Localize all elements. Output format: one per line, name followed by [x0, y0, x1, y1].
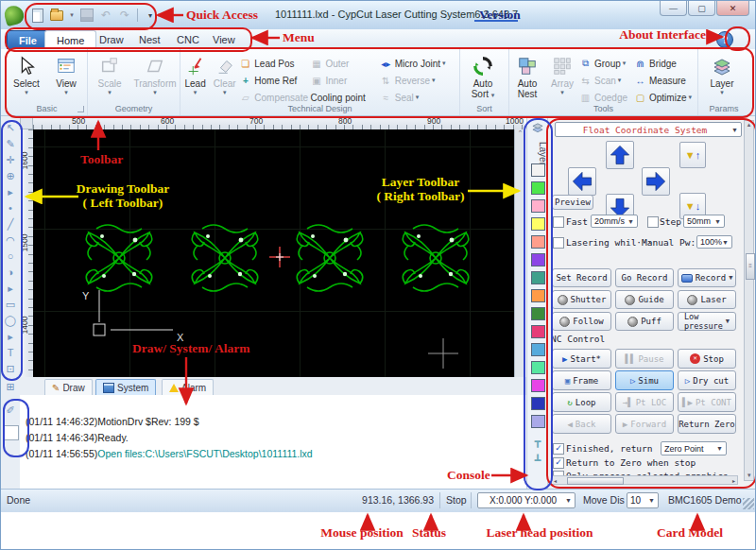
layer-swatch-14[interactable] — [531, 397, 545, 410]
node-edit-tool-icon[interactable]: ✎ — [1, 138, 20, 150]
jog-left-button[interactable] — [568, 167, 596, 196]
zero-point-select[interactable]: Zero Point▼ — [661, 441, 727, 455]
preview-button[interactable]: Preview — [552, 195, 593, 210]
scrollbar-thumb-h[interactable] — [567, 477, 624, 485]
layer-button[interactable]: Layer▾ — [698, 51, 746, 95]
measure-button[interactable]: ↔Measure — [634, 72, 696, 89]
flyout-arrow-3-icon[interactable]: ▸ — [1, 331, 20, 343]
layer-swatch-7[interactable] — [531, 271, 545, 284]
layer-swatch-2[interactable] — [531, 181, 545, 195]
nozzle-up-button[interactable]: ▼↑ — [679, 142, 706, 168]
frame-tool-icon[interactable]: ⊞ — [1, 381, 20, 393]
check-1[interactable]: ✓ — [553, 457, 564, 469]
ellipse-tool-icon[interactable]: ◯ — [1, 315, 20, 327]
nc-pt-cont-button[interactable]: ▌▶Pt CONT — [678, 392, 736, 412]
record-puff-button[interactable]: Puff — [615, 312, 674, 331]
layer-swatch-3[interactable] — [531, 199, 545, 213]
drawing-canvas[interactable]: Y X — [33, 129, 514, 377]
circle-tool-icon[interactable]: ○ — [1, 250, 20, 262]
zoom-tool-icon[interactable]: ⊕ — [1, 170, 20, 182]
nc-simu-button[interactable]: ▷Simu — [615, 370, 674, 390]
redo-icon[interactable]: ↷ — [118, 9, 131, 22]
lead-button[interactable]: Lead▾ — [180, 51, 210, 95]
reverse-button[interactable]: ⇅Reverse▾ — [380, 72, 459, 89]
record-low-pressure-button[interactable]: Low pressure▼ — [678, 312, 736, 331]
blank-tool[interactable] — [4, 425, 19, 440]
layer-swatch-9[interactable] — [531, 307, 545, 320]
panel-horizontal-scrollbar[interactable]: ◂▸ — [551, 475, 738, 485]
minimize-button[interactable]: — — [660, 1, 687, 16]
outer-button[interactable]: ▦Outer — [310, 55, 379, 72]
layer-tool-top-icon[interactable]: ┳ — [527, 436, 548, 448]
nc-pt-loc-button[interactable]: →▌Pt LOC — [615, 392, 674, 412]
layer-swatch-10[interactable] — [531, 325, 545, 338]
about-help-button[interactable]: ? — [716, 31, 733, 48]
canvas-vertical-scrollbar[interactable]: ⌃ — [514, 129, 525, 377]
step-checkbox[interactable] — [647, 216, 659, 228]
pan-tool-icon[interactable]: ✛ — [1, 154, 20, 166]
record-shutter-button[interactable]: Shutter — [552, 290, 611, 309]
lead-pos-button[interactable]: ❏Lead Pos — [239, 55, 310, 72]
nc-forward-button[interactable]: ▶Forward — [615, 414, 674, 434]
group-button[interactable]: ⧉Group▾ — [579, 55, 634, 72]
jog-right-button[interactable] — [642, 167, 670, 196]
clear-button[interactable]: Clear▾ — [210, 51, 239, 95]
jog-up-button[interactable] — [606, 141, 634, 169]
lasering-checkbox[interactable] — [553, 237, 564, 249]
arc-tool-icon[interactable]: ◠ — [1, 234, 20, 247]
point-tool-icon[interactable]: • — [1, 202, 20, 214]
auto-nest-button[interactable]: AutoNest — [509, 51, 545, 99]
layer-swatch-15[interactable] — [531, 415, 545, 428]
nc-return-zero-button[interactable]: Return Zero — [678, 414, 736, 434]
layer-swatch-1[interactable] — [531, 163, 545, 177]
grid-tool-icon[interactable]: ⊡ — [1, 363, 20, 375]
open-dropdown-icon[interactable]: ▾ — [69, 9, 75, 22]
layer-tool-bottom-icon[interactable]: ┻ — [527, 455, 548, 467]
fast-speed-select[interactable]: 20mm/s▼ — [591, 215, 638, 228]
fast-checkbox[interactable] — [553, 216, 564, 228]
line-tool-icon[interactable]: ╱ — [1, 218, 20, 231]
nc-frame-button[interactable]: ▣Frame — [552, 370, 611, 390]
undo-icon[interactable]: ↶ — [99, 9, 112, 22]
panel-vertical-scrollbar[interactable]: ▴≡▾ — [744, 120, 754, 481]
nc-start--button[interactable]: ▶Start* — [552, 349, 611, 369]
coordinate-system-select[interactable]: Float Coordinate System▼ — [555, 122, 742, 137]
record-set-record-button[interactable]: Set Record — [552, 268, 611, 287]
laser-head-position-select[interactable]: X:0.000 Y:0.000▼ — [477, 492, 576, 508]
layer-swatch-6[interactable] — [531, 253, 545, 266]
auto-sort-button[interactable]: AutoSort ▾ — [460, 51, 506, 100]
resize-grip[interactable] — [743, 498, 754, 509]
array-button[interactable]: Array▾ — [545, 51, 579, 95]
tab-system[interactable]: System — [95, 379, 156, 395]
pie-tool-icon[interactable]: ◑ — [1, 266, 20, 278]
layer-swatch-8[interactable] — [531, 289, 545, 302]
nc-pause-button[interactable]: ▌▌Pause — [615, 349, 674, 369]
layer-swatch-5[interactable] — [531, 235, 545, 249]
customize-toolbar-icon[interactable]: ▾ — [144, 9, 157, 22]
close-button[interactable]: ✕ — [716, 1, 749, 16]
home-ref-button[interactable]: +Home Ref — [239, 72, 310, 89]
step-size-select[interactable]: 50mm▼ — [683, 215, 725, 228]
tab-draw[interactable]: ✎Draw — [44, 379, 93, 395]
record-follow-button[interactable]: Follow — [552, 312, 611, 331]
menu-tab-view[interactable]: View — [201, 30, 247, 48]
record-laser-button[interactable]: Laser — [678, 290, 736, 309]
bridge-button[interactable]: ⋒Bridge — [634, 55, 696, 72]
new-file-icon[interactable] — [31, 9, 44, 22]
record-record-button[interactable]: Record▼ — [678, 268, 736, 287]
tab-alarm[interactable]: Alarm — [162, 379, 214, 395]
inner-button[interactable]: ▣Inner — [310, 72, 379, 89]
pen-tool-icon[interactable]: ✐ — [1, 404, 20, 417]
move-dis-select[interactable]: 10▼ — [627, 492, 659, 508]
select-tool-icon[interactable]: ↖ — [1, 122, 20, 134]
scale-button[interactable]: Scale▾ — [88, 51, 131, 95]
text-tool-icon[interactable]: T — [1, 347, 20, 358]
menu-tab-file[interactable]: File — [7, 30, 49, 50]
transform-button[interactable]: Transform▾ — [131, 51, 179, 95]
layer-swatch-13[interactable] — [531, 379, 545, 392]
flyout-arrow-1-icon[interactable]: ▸ — [1, 186, 20, 198]
dialog-launcher-icon[interactable] — [77, 106, 84, 112]
nc-loop-button[interactable]: ↻Loop — [552, 392, 611, 412]
save-file-icon[interactable] — [80, 9, 94, 22]
view-button[interactable]: View▾ — [46, 51, 86, 95]
